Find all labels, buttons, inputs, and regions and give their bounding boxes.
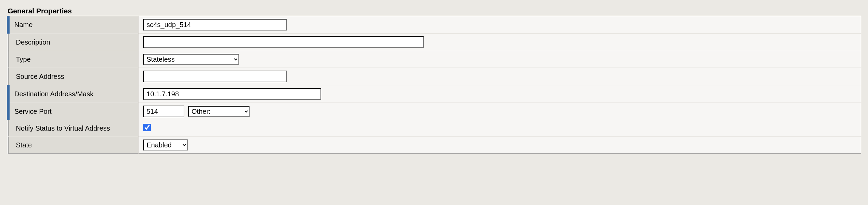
- notify-status-checkbox[interactable]: [143, 124, 151, 131]
- source-address-input[interactable]: [143, 71, 287, 82]
- state-select[interactable]: Enabled: [143, 140, 188, 150]
- description-input[interactable]: [143, 36, 424, 48]
- type-select[interactable]: Stateless: [143, 54, 239, 65]
- label-notify-status: Notify Status to Virtual Address: [8, 120, 138, 137]
- label-state: State: [8, 137, 138, 154]
- destination-address-input[interactable]: [143, 88, 321, 100]
- section-title-general-properties: General Properties: [7, 7, 861, 15]
- name-input[interactable]: [143, 19, 287, 31]
- label-destination-address: Destination Address/Mask: [8, 85, 138, 103]
- label-source-address: Source Address: [8, 68, 138, 85]
- label-name: Name: [8, 16, 138, 34]
- service-port-input[interactable]: [143, 106, 184, 117]
- label-service-port: Service Port: [8, 103, 138, 120]
- service-port-select[interactable]: Other:: [188, 106, 250, 117]
- label-type: Type: [8, 51, 138, 68]
- general-properties-table: Name Description Type Stateless Source A…: [7, 16, 861, 154]
- label-description: Description: [8, 34, 138, 51]
